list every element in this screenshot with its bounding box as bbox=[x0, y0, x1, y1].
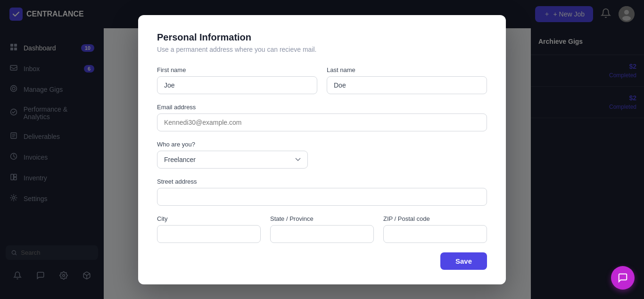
street-input[interactable] bbox=[157, 188, 487, 206]
state-input[interactable] bbox=[270, 225, 374, 243]
email-input[interactable] bbox=[157, 113, 487, 131]
email-label: Email address bbox=[157, 104, 487, 111]
who-group: Who are you? Freelancer Client Agency bbox=[157, 141, 487, 169]
last-name-input[interactable] bbox=[327, 76, 487, 94]
modal-footer: Save bbox=[157, 252, 487, 270]
personal-info-modal: Personal Information Use a permanent add… bbox=[138, 15, 506, 284]
zip-label: ZIP / Postal code bbox=[383, 215, 487, 222]
save-button[interactable]: Save bbox=[440, 252, 487, 270]
zip-input[interactable] bbox=[383, 225, 487, 243]
city-row: City State / Province ZIP / Postal code bbox=[157, 215, 487, 243]
last-name-label: Last name bbox=[327, 66, 487, 73]
street-label: Street address bbox=[157, 178, 487, 185]
street-group: Street address bbox=[157, 178, 487, 206]
zip-group: ZIP / Postal code bbox=[383, 215, 487, 243]
first-name-group: First name bbox=[157, 66, 317, 94]
first-name-input[interactable] bbox=[157, 76, 317, 94]
city-input[interactable] bbox=[157, 225, 261, 243]
name-row: First name Last name bbox=[157, 66, 487, 94]
city-group: City bbox=[157, 215, 261, 243]
city-label: City bbox=[157, 215, 261, 222]
who-label: Who are you? bbox=[157, 141, 487, 148]
chat-bubble[interactable] bbox=[611, 266, 635, 290]
state-group: State / Province bbox=[270, 215, 374, 243]
first-name-label: First name bbox=[157, 66, 317, 73]
modal-title: Personal Information bbox=[157, 32, 487, 43]
modal-subtitle: Use a permanent address where you can re… bbox=[157, 46, 487, 53]
last-name-group: Last name bbox=[327, 66, 487, 94]
who-select[interactable]: Freelancer Client Agency bbox=[157, 151, 308, 169]
state-label: State / Province bbox=[270, 215, 374, 222]
email-group: Email address bbox=[157, 104, 487, 131]
